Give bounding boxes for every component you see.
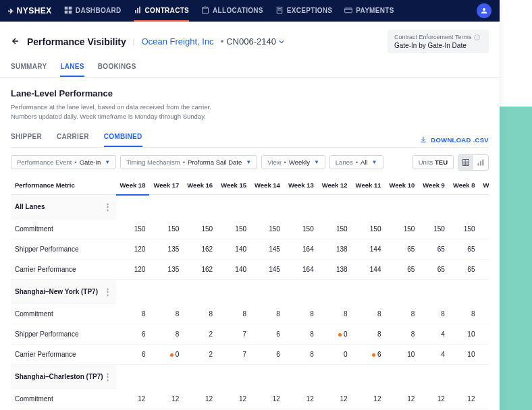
flag-icon <box>338 333 342 336</box>
cell: 150 <box>284 219 318 239</box>
download-csv-button[interactable]: DOWNLOAD .CSV <box>420 136 489 144</box>
week-header[interactable]: Week 7 <box>479 176 489 195</box>
cell: 65 <box>385 260 419 280</box>
svg-rect-19 <box>478 163 479 165</box>
cell: 150 <box>479 219 489 239</box>
cell: 140 <box>217 239 250 260</box>
cell: 138 <box>318 239 352 260</box>
subtab-shipper[interactable]: SHIPPER <box>11 133 42 147</box>
filter-timing-mechanism[interactable]: Timing Mechanism • Proforma Sail Date▼ <box>120 155 257 169</box>
nav-payments[interactable]: PAYMENTS <box>344 0 394 22</box>
svg-rect-6 <box>139 7 140 13</box>
cell: 12 <box>116 389 150 409</box>
cell: 8 <box>479 304 489 324</box>
tab-lanes[interactable]: LANES <box>60 63 84 77</box>
svg-rect-21 <box>482 159 483 165</box>
user-icon <box>480 7 488 15</box>
cell: 65 <box>385 239 419 260</box>
svg-rect-15 <box>463 159 469 165</box>
nav-dashboard[interactable]: DASHBOARD <box>64 0 122 22</box>
week-header[interactable]: Week 18 <box>116 176 150 195</box>
svg-rect-11 <box>345 8 352 13</box>
table-icon <box>462 158 470 167</box>
cell: 4 <box>419 324 449 345</box>
nav-exceptions[interactable]: EXCEPTIONS <box>275 0 332 22</box>
week-header[interactable]: Week 16 <box>183 176 217 195</box>
table-row: Commitment8888888888888 <box>11 304 489 324</box>
cell: 12 <box>183 389 217 409</box>
cell: 164 <box>284 239 318 260</box>
week-header[interactable]: Week 12 <box>318 176 352 195</box>
cell: 8 <box>149 324 183 345</box>
cell: 150 <box>116 219 150 239</box>
cell: 150 <box>250 219 284 239</box>
metric-label: Commitment <box>11 304 116 324</box>
cell: 145 <box>250 260 284 280</box>
tab-summary[interactable]: SUMMARY <box>11 63 47 77</box>
cell: 10 <box>449 345 479 365</box>
row-menu-icon[interactable]: ⋮ <box>103 287 112 297</box>
cell: 8 <box>183 304 217 324</box>
cell: 135 <box>149 239 183 260</box>
cell: 8 <box>284 304 318 324</box>
metric-label: Shipper Performance <box>11 324 116 345</box>
cell: 12 <box>284 389 318 409</box>
week-header[interactable]: Week 8 <box>449 176 479 195</box>
cell: 7 <box>217 324 250 345</box>
cell: 8 <box>284 345 318 365</box>
week-header[interactable]: Week 10 <box>385 176 419 195</box>
view-chart-button[interactable] <box>473 155 488 170</box>
svg-rect-7 <box>203 8 209 13</box>
brand-logo[interactable]: ✈ NYSHEX <box>8 6 52 16</box>
cell: 120 <box>116 239 150 260</box>
contract-id: CN006-2140 <box>226 36 276 47</box>
cell: 144 <box>352 260 385 280</box>
filter-lanes[interactable]: Lanes • All▼ <box>329 155 383 169</box>
cell: 8 <box>116 304 150 324</box>
flag-icon <box>372 353 375 357</box>
brand-text: NYSHEX <box>17 6 52 16</box>
week-header[interactable]: Week 9 <box>419 176 449 195</box>
chart-icon <box>477 158 485 167</box>
subtab-carrier[interactable]: CARRIER <box>57 133 89 147</box>
row-menu-icon[interactable]: ⋮ <box>103 202 112 212</box>
nav-contracts[interactable]: CONTRACTS <box>134 0 189 22</box>
units-indicator: Units TEU <box>413 155 454 169</box>
cell: 65 <box>449 260 479 280</box>
exceptions-icon <box>275 6 284 14</box>
enforcement-value: Gate-In by Gate-In Date <box>394 42 482 49</box>
user-avatar[interactable] <box>477 3 491 18</box>
svg-rect-1 <box>69 7 72 10</box>
cell: 135 <box>149 260 183 280</box>
svg-rect-2 <box>65 11 68 14</box>
cell: 150 <box>318 219 352 239</box>
cell: 150 <box>149 219 183 239</box>
filter-performance-event[interactable]: Performance Event • Gate-In▼ <box>11 155 116 169</box>
contracts-icon <box>134 6 142 14</box>
view-table-button[interactable] <box>458 155 473 170</box>
svg-rect-3 <box>69 11 72 14</box>
filter-view[interactable]: View • Weekly▼ <box>261 155 325 169</box>
nav-allocations[interactable]: ALLOCATIONS <box>201 0 263 22</box>
flag-icon <box>170 353 174 357</box>
cell: 8 <box>284 324 318 345</box>
week-header[interactable]: Week 14 <box>250 176 284 195</box>
back-arrow-icon[interactable] <box>11 36 20 47</box>
org-link[interactable]: Ocean Freight, Inc <box>142 36 214 47</box>
week-header[interactable]: Week 15 <box>217 176 250 195</box>
week-header[interactable]: Week 13 <box>284 176 318 195</box>
info-icon[interactable]: i <box>474 34 480 40</box>
table-section-row: All Lanes⋮ <box>11 195 489 220</box>
metric-label: Shipper Performance <box>11 239 116 260</box>
cell: 150 <box>449 219 479 239</box>
cell: 6 <box>250 345 284 365</box>
cell: 6 <box>116 345 150 365</box>
week-header[interactable]: Week 11 <box>352 176 385 195</box>
row-menu-icon[interactable]: ⋮ <box>103 372 112 382</box>
cell: 12 <box>419 389 449 409</box>
cell: 7 <box>217 345 250 365</box>
tab-bookings[interactable]: BOOKINGS <box>98 63 136 77</box>
week-header[interactable]: Week 17 <box>149 176 183 195</box>
contract-selector[interactable]: • CN006-2140 <box>221 36 284 47</box>
subtab-combined[interactable]: COMBINED <box>104 133 142 147</box>
